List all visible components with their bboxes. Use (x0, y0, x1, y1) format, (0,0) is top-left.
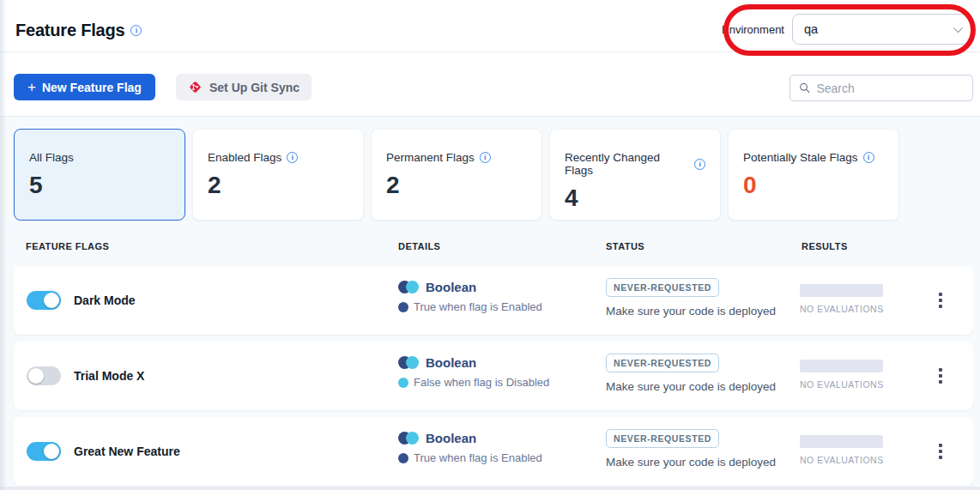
boolean-type-icon (398, 281, 419, 293)
plus-icon: + (27, 80, 36, 94)
stat-card-value: 2 (386, 172, 527, 199)
stat-card-permanent-flags[interactable]: Permanent Flags 2 (371, 129, 542, 221)
stat-card-value: 4 (565, 185, 705, 212)
new-feature-flag-button[interactable]: + New Feature Flag (14, 74, 155, 100)
column-header-feature-flags: FEATURE FLAGS (26, 241, 109, 251)
environment-value: qa (804, 22, 818, 36)
value-dot-icon (398, 302, 408, 312)
table-row: Dark Mode Boolean True when flag is Enab… (14, 266, 973, 335)
stat-card-label: Permanent Flags (386, 151, 527, 164)
column-header-results: RESULTS (802, 241, 848, 251)
info-icon[interactable] (863, 152, 874, 163)
column-header-details: DETAILS (398, 241, 440, 251)
status-badge: NEVER-REQUESTED (606, 354, 719, 372)
info-icon[interactable] (694, 159, 705, 170)
stat-card-value: 0 (743, 172, 884, 199)
results-bar (800, 284, 883, 297)
flag-type: Boolean (426, 431, 476, 445)
flag-details: Boolean True when flag is Enabled (398, 280, 542, 313)
stat-card-value: 5 (29, 172, 170, 199)
search-box (789, 75, 973, 101)
flag-status: NEVER-REQUESTED Make sure your code is d… (606, 429, 776, 469)
toggle-knob (28, 368, 44, 384)
search-icon (799, 82, 810, 94)
flag-status: NEVER-REQUESTED Make sure your code is d… (606, 278, 776, 318)
column-header-status: STATUS (606, 241, 644, 251)
flag-toggle[interactable] (27, 442, 61, 461)
status-text: Make sure your code is deployed (606, 305, 776, 318)
flag-type: Boolean (426, 355, 476, 370)
kebab-menu-icon[interactable] (932, 266, 949, 335)
toggle-knob (44, 444, 59, 459)
stat-card-potentially-stale-flags[interactable]: Potentially Stale Flags 0 (728, 129, 899, 221)
info-icon[interactable] (287, 152, 298, 163)
flag-name[interactable]: Great New Feature (74, 417, 180, 486)
git-icon (188, 80, 203, 94)
results-label: NO EVALUATIONS (800, 379, 884, 390)
flag-results: NO EVALUATIONS (800, 284, 884, 314)
flag-details: Boolean False when flag is Disabled (398, 355, 549, 389)
info-icon[interactable] (480, 152, 491, 163)
status-text: Make sure your code is deployed (606, 456, 776, 469)
stat-card-label: All Flags (29, 151, 170, 164)
flag-toggle[interactable] (27, 291, 61, 310)
status-text: Make sure your code is deployed (606, 380, 776, 393)
stat-card-label: Enabled Flags (208, 151, 348, 164)
flag-status: NEVER-REQUESTED Make sure your code is d… (606, 354, 776, 393)
status-badge: NEVER-REQUESTED (606, 278, 719, 297)
environment-label: Environment (722, 23, 784, 36)
stat-card-enabled-flags[interactable]: Enabled Flags 2 (192, 129, 364, 221)
info-icon[interactable] (130, 25, 142, 36)
table-row: Trial Mode X Boolean False when flag is … (14, 342, 973, 410)
toolbar-divider (0, 116, 980, 117)
git-sync-button[interactable]: Set Up Git Sync (176, 74, 312, 100)
environment-select[interactable]: qa (792, 14, 973, 45)
value-dot-icon (398, 453, 408, 463)
kebab-menu-icon[interactable] (932, 342, 949, 410)
flag-details: Boolean True when flag is Enabled (398, 431, 542, 464)
bottom-edge-strip (0, 487, 980, 490)
status-badge: NEVER-REQUESTED (606, 429, 719, 448)
flag-name[interactable]: Trial Mode X (74, 342, 144, 410)
flag-toggle[interactable] (27, 366, 61, 385)
stat-card-label: Potentially Stale Flags (743, 151, 884, 164)
chevron-down-icon (953, 23, 963, 33)
flag-type-detail: True when flag is Enabled (414, 300, 542, 313)
results-bar (800, 360, 883, 372)
kebab-menu-icon[interactable] (932, 417, 949, 486)
flag-results: NO EVALUATIONS (800, 435, 884, 465)
results-bar (800, 435, 883, 448)
results-label: NO EVALUATIONS (800, 304, 884, 314)
toggle-knob (44, 293, 59, 308)
boolean-type-icon (398, 356, 419, 369)
stat-card-recently-changed-flags[interactable]: Recently Changed Flags 4 (549, 129, 721, 221)
flag-type-detail: True when flag is Enabled (414, 451, 542, 464)
value-dot-icon (398, 378, 408, 388)
boolean-type-icon (398, 432, 419, 445)
flag-type: Boolean (426, 280, 476, 294)
search-input[interactable] (816, 82, 964, 95)
page-title: Feature Flags (15, 21, 142, 40)
flag-results: NO EVALUATIONS (800, 360, 884, 390)
stat-card-label: Recently Changed Flags (565, 151, 705, 177)
flag-type-detail: False when flag is Disabled (414, 376, 549, 389)
stat-card-all-flags[interactable]: All Flags 5 (14, 129, 185, 221)
header-divider (0, 51, 980, 52)
results-label: NO EVALUATIONS (800, 455, 884, 465)
flag-name[interactable]: Dark Mode (74, 266, 136, 335)
page-title-text: Feature Flags (15, 21, 124, 40)
table-row: Great New Feature Boolean True when flag… (14, 417, 973, 486)
stat-card-value: 2 (208, 172, 348, 199)
